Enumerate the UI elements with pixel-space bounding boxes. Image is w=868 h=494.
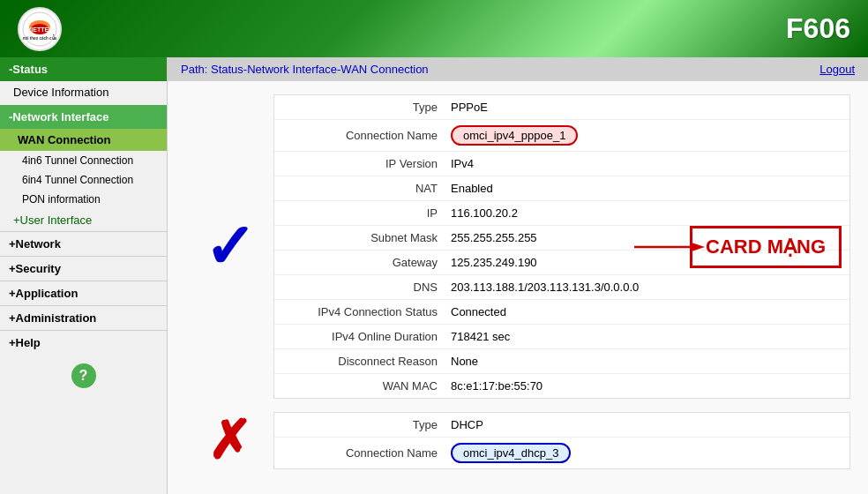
row-value: Enabled — [451, 182, 493, 195]
table-row: Connection Name omci_ipv4_pppoe_1 — [274, 120, 849, 152]
sidebar-item-4in6[interactable]: 4in6 Tunnel Connection — [0, 151, 167, 170]
section-dhcp: ✗ Type DHCP Connection Name omci_ipv4_dh… — [185, 412, 850, 469]
row-value: DHCP — [451, 418, 483, 431]
row-label: Subnet Mask — [274, 231, 451, 244]
row-label: IPv4 Online Duration — [274, 330, 451, 343]
viettel-logo: VIETTEL Hãy nói theo cách của bạn — [18, 7, 62, 51]
checkmark-icon: ✓ — [204, 216, 256, 278]
svg-text:VIETTEL: VIETTEL — [27, 26, 54, 33]
sidebar-item-wan-connection[interactable]: WAN Connection — [0, 129, 167, 151]
table-row: Type PPPoE — [274, 95, 849, 120]
row-value: 8c:e1:17:be:55:70 — [451, 379, 542, 393]
checkmark-area: ✓ — [185, 94, 273, 399]
sidebar-item-help[interactable]: +Help — [0, 330, 167, 355]
sidebar-item-user-interface[interactable]: +User Interface — [0, 209, 167, 231]
sidebar-network-interface[interactable]: -Network Interface — [0, 105, 167, 129]
header-logo: VIETTEL Hãy nói theo cách của bạn — [18, 7, 62, 51]
sidebar-status[interactable]: -Status — [0, 57, 167, 81]
help-button[interactable]: ? — [71, 363, 96, 388]
main-layout: -Status Device Information -Network Inte… — [0, 57, 868, 494]
row-value: omci_ipv4_dhcp_3 — [451, 443, 571, 463]
sidebar-item-administration[interactable]: +Administration — [0, 305, 167, 330]
row-value: 255.255.255.255 — [451, 231, 537, 244]
row-label: Type — [274, 101, 451, 114]
row-value: 203.113.188.1/203.113.131.3/0.0.0.0 — [451, 281, 639, 294]
table-row: IP 116.100.20.2 — [274, 201, 849, 226]
breadcrumb: Path: Status-Network Interface-WAN Conne… — [181, 63, 429, 76]
table-row: NAT Enabled — [274, 176, 849, 201]
row-label: IP Version — [274, 157, 451, 170]
breadcrumb-bar: Path: Status-Network Interface-WAN Conne… — [168, 57, 868, 81]
sidebar-item-6in4[interactable]: 6in4 Tunnel Connection — [0, 170, 167, 190]
row-value: omci_ipv4_pppoe_1 — [451, 125, 578, 146]
content-area: ✓ Type PPPoE Connection Name omci_ipv4_p… — [168, 81, 868, 494]
row-label: Type — [274, 418, 451, 431]
table-row: IPv4 Online Duration 718421 sec — [274, 325, 849, 349]
row-label: Disconnect Reason — [274, 355, 451, 368]
table-row: WAN MAC 8c:e1:17:be:55:70 — [274, 374, 849, 398]
table-row: Type DHCP — [274, 413, 849, 438]
table-row: Connection Name omci_ipv4_dhcp_3 — [274, 438, 849, 468]
row-label: WAN MAC — [274, 379, 451, 393]
table-row: DNS 203.113.188.1/203.113.131.3/0.0.0.0 — [274, 275, 849, 300]
row-value: Connected — [451, 305, 506, 318]
logout-link[interactable]: Logout — [819, 63, 855, 76]
row-label: Gateway — [274, 256, 451, 269]
dhcp-table: Type DHCP Connection Name omci_ipv4_dhcp… — [273, 412, 850, 469]
breadcrumb-path-label: Path: — [181, 63, 207, 76]
row-value: 116.100.20.2 — [451, 206, 518, 220]
device-model: F606 — [786, 12, 850, 45]
row-label: Connection Name — [274, 129, 451, 142]
header: VIETTEL Hãy nói theo cách của bạn F606 — [0, 0, 868, 57]
row-value: 718421 sec — [451, 330, 510, 343]
xmark-icon: ✗ — [207, 415, 251, 468]
row-value: None — [451, 355, 478, 368]
sidebar-item-security[interactable]: +Security — [0, 256, 167, 281]
breadcrumb-path-text: Status-Network Interface-WAN Connection — [211, 63, 429, 76]
sidebar: -Status Device Information -Network Inte… — [0, 57, 168, 494]
sidebar-item-pon[interactable]: PON information — [0, 190, 167, 209]
sidebar-item-application[interactable]: +Application — [0, 281, 167, 305]
row-label: IPv4 Connection Status — [274, 305, 451, 318]
main-content: Path: Status-Network Interface-WAN Conne… — [168, 57, 868, 494]
section-pppoe: ✓ Type PPPoE Connection Name omci_ipv4_p… — [185, 94, 850, 399]
table-row: Disconnect Reason None — [274, 349, 849, 374]
row-label: NAT — [274, 182, 451, 195]
row-label: IP — [274, 206, 451, 220]
sidebar-item-device-info[interactable]: Device Information — [0, 81, 167, 103]
sidebar-item-network[interactable]: +Network — [0, 231, 167, 256]
table-row: IPv4 Connection Status Connected — [274, 300, 849, 325]
row-label: DNS — [274, 281, 451, 294]
row-value: IPv4 — [451, 157, 474, 170]
row-value: 125.235.249.190 — [451, 256, 537, 269]
card-mang-label: CARD MẠNG — [690, 226, 842, 268]
xmark-area: ✗ — [185, 412, 273, 469]
row-label: Connection Name — [274, 446, 451, 460]
row-value: PPPoE — [451, 101, 488, 114]
table-row: IP Version IPv4 — [274, 152, 849, 176]
